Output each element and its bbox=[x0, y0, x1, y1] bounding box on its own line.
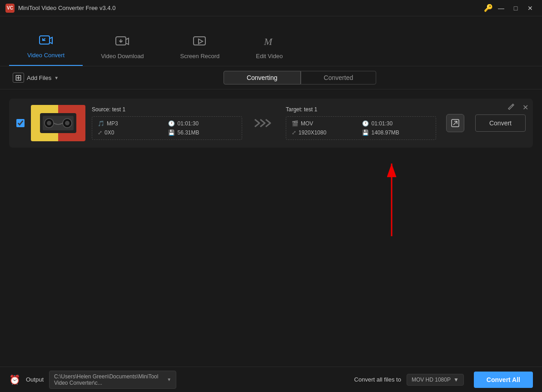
size-icon-src: 💾 bbox=[168, 129, 175, 136]
convert-all-button[interactable]: Convert All bbox=[474, 372, 533, 388]
target-name: test 1 bbox=[304, 106, 317, 113]
output-label: Output bbox=[26, 376, 44, 383]
tab-video-convert[interactable]: Video Convert bbox=[9, 30, 83, 66]
screen-record-icon bbox=[193, 35, 207, 50]
edit-video-icon: M bbox=[262, 35, 277, 50]
size-icon-tgt: 💾 bbox=[362, 129, 369, 136]
clock-icon-tgt: 🕐 bbox=[362, 120, 369, 127]
target-duration: 01:01:30 bbox=[371, 120, 393, 127]
source-resolution-item: ⤢ 0X0 bbox=[98, 129, 165, 136]
add-files-label: Add Files bbox=[27, 74, 51, 81]
output-path-arrow: ▼ bbox=[167, 377, 171, 382]
maximize-button[interactable]: □ bbox=[509, 3, 522, 13]
key-icon: 🔑 bbox=[484, 4, 493, 12]
title-bar-controls: 🔑 — □ ✕ bbox=[484, 3, 537, 13]
tab-converting[interactable]: Converting bbox=[224, 71, 301, 84]
thumbnail-image bbox=[31, 105, 85, 141]
convert-all-files-to-label: Convert all files to bbox=[354, 376, 401, 383]
svg-point-13 bbox=[65, 121, 70, 125]
source-format: MP3 bbox=[107, 120, 118, 127]
source-label: Source: test 1 bbox=[92, 106, 242, 113]
svg-rect-2 bbox=[194, 37, 205, 45]
convert-button[interactable]: Convert bbox=[475, 114, 526, 132]
target-size: 1408.97MB bbox=[371, 129, 399, 136]
tab-edit-video[interactable]: M Edit Video bbox=[238, 30, 301, 66]
bottom-bar: ⏰ Output C:\Users\Helen Green\Documents\… bbox=[0, 367, 542, 392]
svg-point-11 bbox=[47, 121, 51, 125]
convert-tabs: Converting Converted bbox=[224, 71, 376, 84]
tab-screen-record-label: Screen Record bbox=[180, 53, 220, 60]
source-duration: 01:01:30 bbox=[177, 120, 199, 127]
format-icon-tgt: 🎬 bbox=[292, 120, 298, 127]
arrow-section bbox=[249, 117, 279, 129]
resolution-icon-src: ⤢ bbox=[98, 129, 102, 136]
source-format-item: 🎵 MP3 bbox=[98, 120, 165, 127]
target-section: Target: test 1 🎬 MOV 🕐 01:01:30 ⤢ 1920X1… bbox=[286, 106, 436, 140]
video-download-icon bbox=[115, 35, 129, 50]
tab-video-download-label: Video Download bbox=[101, 53, 144, 60]
format-selector[interactable]: MOV HD 1080P ▼ bbox=[407, 374, 464, 386]
source-size-item: 💾 56.31MB bbox=[168, 129, 236, 136]
format-label: MOV HD 1080P bbox=[412, 377, 451, 383]
format-icon: 🎵 bbox=[98, 120, 104, 127]
resolution-icon-tgt: ⤢ bbox=[292, 129, 296, 136]
target-size-item: 💾 1408.97MB bbox=[362, 129, 430, 136]
file-checkbox[interactable] bbox=[16, 119, 25, 127]
add-files-icon: ⊞ bbox=[13, 73, 24, 83]
tab-screen-record[interactable]: Screen Record bbox=[162, 30, 238, 66]
svg-marker-3 bbox=[199, 39, 203, 44]
card-close-button[interactable]: ✕ bbox=[522, 103, 528, 112]
card-edit-button[interactable] bbox=[507, 103, 515, 112]
svg-text:M: M bbox=[264, 36, 273, 47]
main-content: Source: test 1 🎵 MP3 🕐 01:01:30 ⤢ 0X0 💾 bbox=[0, 89, 542, 157]
target-duration-item: 🕐 01:01:30 bbox=[362, 120, 430, 127]
tab-edit-video-label: Edit Video bbox=[256, 53, 283, 60]
source-section: Source: test 1 🎵 MP3 🕐 01:01:30 ⤢ 0X0 💾 bbox=[92, 106, 242, 140]
minimize-button[interactable]: — bbox=[495, 3, 507, 13]
title-bar-left: VC MiniTool Video Converter Free v3.4.0 bbox=[5, 4, 115, 13]
tab-video-download[interactable]: Video Download bbox=[83, 30, 162, 66]
target-change-button[interactable] bbox=[446, 114, 464, 132]
add-files-button[interactable]: ⊞ Add Files ▼ bbox=[9, 71, 62, 84]
close-button[interactable]: ✕ bbox=[524, 3, 537, 13]
target-resolution: 1920X1080 bbox=[298, 129, 326, 136]
file-thumbnail bbox=[31, 105, 85, 141]
target-format-item: 🎬 MOV bbox=[292, 120, 359, 127]
source-resolution: 0X0 bbox=[104, 129, 114, 136]
title-bar: VC MiniTool Video Converter Free v3.4.0 … bbox=[0, 0, 542, 16]
source-name: test 1 bbox=[112, 106, 125, 113]
history-clock-icon[interactable]: ⏰ bbox=[9, 374, 20, 385]
add-files-dropdown-arrow: ▼ bbox=[54, 75, 59, 80]
app-logo: VC bbox=[5, 4, 15, 13]
target-format: MOV bbox=[301, 120, 313, 127]
source-size: 56.31MB bbox=[177, 129, 199, 136]
chevrons bbox=[253, 117, 275, 129]
format-dropdown-arrow: ▼ bbox=[453, 377, 459, 383]
tab-converted[interactable]: Converted bbox=[301, 71, 377, 84]
clock-icon-src: 🕐 bbox=[168, 120, 175, 127]
app-title: MiniTool Video Converter Free v3.4.0 bbox=[18, 5, 115, 11]
target-resolution-item: ⤢ 1920X1080 bbox=[292, 129, 359, 136]
source-duration-item: 🕐 01:01:30 bbox=[168, 120, 236, 127]
target-info-box: 🎬 MOV 🕐 01:01:30 ⤢ 1920X1080 💾 1408.97MB bbox=[286, 116, 436, 140]
output-path-selector[interactable]: C:\Users\Helen Green\Documents\MiniTool … bbox=[49, 371, 176, 389]
target-label: Target: test 1 bbox=[286, 106, 436, 113]
file-card: Source: test 1 🎵 MP3 🕐 01:01:30 ⤢ 0X0 💾 bbox=[9, 99, 533, 148]
toolbar: ⊞ Add Files ▼ Converting Converted bbox=[0, 66, 542, 89]
tab-video-convert-label: Video Convert bbox=[27, 52, 65, 59]
source-info-box: 🎵 MP3 🕐 01:01:30 ⤢ 0X0 💾 56.31MB bbox=[92, 116, 242, 140]
nav-tabs: Video Convert Video Download Screen Reco… bbox=[0, 16, 542, 66]
output-path-text: C:\Users\Helen Green\Documents\MiniTool … bbox=[54, 373, 167, 386]
video-convert-icon bbox=[39, 34, 53, 49]
